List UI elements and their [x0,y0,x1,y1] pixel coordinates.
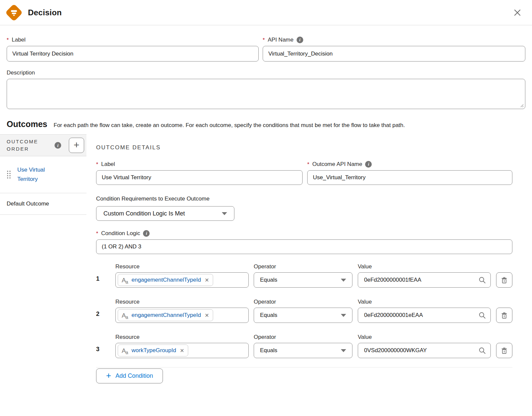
value-column-label: Value [358,298,491,305]
label-input[interactable]: Virtual Territory Decision [7,46,259,62]
condition-row: 3 Resource workTypeGroupId ✕ Operator [96,334,512,358]
chevron-down-icon [341,279,346,282]
info-icon[interactable] [297,37,303,43]
condition-row: 1 Resource engagementChannelTypeId ✕ O [96,263,512,288]
operator-column-label: Operator [254,263,352,270]
search-icon[interactable] [478,312,486,319]
remove-resource-icon[interactable]: ✕ [204,277,209,283]
sidebar-item-label: Default Outcome [7,199,49,208]
dialog-header: Decision [0,0,532,25]
value-input[interactable]: 0eFd2000000001fEAA [358,272,491,288]
outcome-label-field-label: * Label [96,161,303,168]
delete-condition-button[interactable] [496,272,512,288]
operator-select[interactable]: Equals [254,308,352,323]
api-name-field-label: * API Name [263,36,525,43]
delete-condition-button[interactable] [496,308,512,323]
decision-diamond-icon [5,3,23,22]
drag-handle-icon[interactable] [7,170,11,179]
chevron-down-icon [341,349,346,352]
trash-icon [501,312,507,319]
resource-input[interactable]: workTypeGroupId ✕ [115,343,249,358]
info-icon[interactable] [365,161,372,168]
description-field-label: Description [7,69,525,76]
resource-column-label: Resource [115,298,249,305]
required-asterisk: * [96,161,98,168]
outcome-details-pane: OUTCOME DETAILS * Label Use Virtual Terr… [86,134,532,383]
signpost-glyph [10,9,18,17]
sidebar-item-use-virtual-territory[interactable]: Use Virtual Territory [0,156,86,193]
trash-icon [501,277,507,283]
text-type-icon [122,312,128,319]
remove-resource-icon[interactable]: ✕ [179,347,184,354]
outcome-order-heading: OUTCOME ORDER [7,138,51,153]
condition-logic-label: * Condition Logic [96,230,512,237]
resource-input[interactable]: engagementChannelTypeId ✕ [115,308,249,323]
remove-resource-icon[interactable]: ✕ [204,312,209,319]
resource-pill[interactable]: workTypeGroupId ✕ [118,345,188,356]
chevron-down-icon [341,314,346,317]
operator-select[interactable]: Equals [254,343,352,358]
add-outcome-button[interactable] [69,138,84,153]
plus-icon [106,371,111,380]
search-icon[interactable] [478,347,486,354]
label-field-label: * Label [7,36,259,43]
outcome-api-name-field-label: * Outcome API Name [307,161,512,168]
delete-condition-button[interactable] [496,343,512,358]
sidebar-item-label: Use Virtual Territory [17,165,57,184]
add-condition-button[interactable]: Add Condition [96,368,163,383]
operator-column-label: Operator [254,334,352,341]
info-icon[interactable] [143,230,150,237]
required-asterisk: * [96,230,98,237]
condition-number: 1 [96,263,115,288]
resource-pill[interactable]: engagementChannelTypeId ✕ [118,309,213,321]
required-asterisk: * [7,37,9,44]
required-asterisk: * [263,37,265,44]
outcome-details-heading: OUTCOME DETAILS [96,144,512,151]
info-icon[interactable] [55,142,61,149]
condition-row: 2 Resource engagementChannelTypeId ✕ O [96,298,512,323]
trash-icon [501,347,507,354]
operator-select[interactable]: Equals [254,272,352,288]
condition-logic-input[interactable]: (1 OR 2) AND 3 [96,239,512,254]
resource-input[interactable]: engagementChannelTypeId ✕ [115,272,249,288]
conditions-footer-divider: Add Condition [96,367,512,383]
resource-pill[interactable]: engagementChannelTypeId ✕ [118,274,213,286]
text-type-icon [122,277,128,283]
resource-column-label: Resource [115,263,249,270]
search-icon[interactable] [478,276,486,284]
close-icon [514,9,521,16]
outcome-order-sidebar: OUTCOME ORDER Use Virtual Territor [0,134,86,383]
operator-column-label: Operator [254,298,352,305]
outcomes-section-description: For each path the flow can take, create … [54,122,405,129]
description-textarea[interactable] [7,79,525,109]
resource-column-label: Resource [115,334,249,341]
dialog-title: Decision [28,8,62,17]
text-type-icon [122,347,128,354]
condition-requirements-label: Condition Requirements to Execute Outcom… [96,194,211,204]
value-input[interactable]: 0eFd2000000001eEAA [358,308,491,323]
sidebar-item-default-outcome[interactable]: Default Outcome [0,193,86,215]
chevron-down-icon [222,212,227,215]
required-asterisk: * [307,161,309,168]
outcome-label-input[interactable]: Use Virtual Territory [96,170,303,185]
value-column-label: Value [358,334,491,341]
close-button[interactable] [511,7,523,19]
api-name-input[interactable]: Virtual_Territory_Decision [263,46,525,62]
condition-requirements-value: Custom Condition Logic Is Met [103,210,185,217]
value-column-label: Value [358,263,491,270]
outcome-api-name-input[interactable]: Use_Virtual_Territory [307,170,512,185]
condition-requirements-select[interactable]: Custom Condition Logic Is Met [96,206,234,221]
resize-grip-icon[interactable] [519,103,524,108]
outcomes-section-title: Outcomes [7,119,47,129]
condition-number: 2 [96,298,115,323]
value-input[interactable]: 0VSd200000000WKGAY [358,343,491,358]
condition-number: 3 [96,334,115,358]
